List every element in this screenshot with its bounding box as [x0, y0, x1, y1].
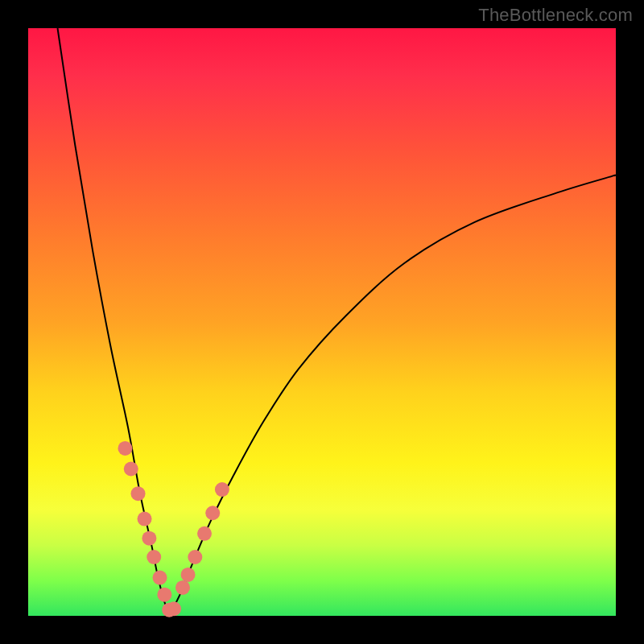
- marker-dot: [147, 550, 161, 564]
- marker-dot: [157, 588, 171, 602]
- marker-dot: [124, 462, 138, 477]
- chart-svg: [28, 28, 616, 616]
- curve-group: [58, 28, 617, 616]
- marker-dot: [215, 482, 229, 497]
- watermark-text: TheBottleneck.com: [478, 5, 633, 26]
- marker-dot: [175, 580, 190, 595]
- right-branch-path: [169, 175, 616, 617]
- marker-dot: [197, 526, 212, 541]
- marker-dot: [118, 441, 132, 456]
- chart-frame: TheBottleneck.com: [0, 0, 644, 644]
- marker-dot: [167, 601, 181, 616]
- marker-dot: [188, 550, 202, 564]
- marker-dot: [181, 568, 196, 582]
- marker-dot: [138, 512, 152, 526]
- marker-dot: [142, 531, 156, 546]
- marker-dot: [205, 506, 220, 520]
- left-branch-path: [58, 28, 170, 616]
- marker-dot: [131, 486, 146, 501]
- marker-dot: [153, 571, 167, 585]
- markers-group: [118, 441, 229, 617]
